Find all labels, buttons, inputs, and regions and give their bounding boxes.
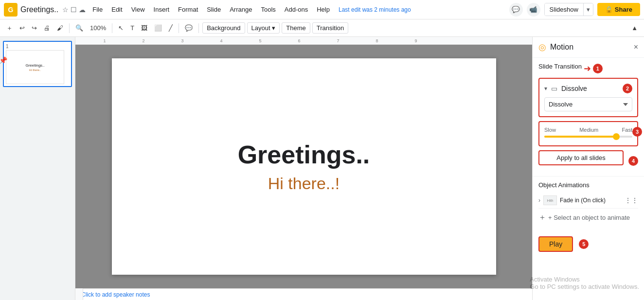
win-line2: Go to PC settings to activate Windows. bbox=[530, 283, 639, 290]
anim-thumbnail: Hith bbox=[543, 195, 557, 205]
toolbar: ＋ ↩ ↪ 🖨 🖌 🔍 100% ↖ T 🖼 ⬜ ╱ 💬 Background … bbox=[0, 19, 644, 37]
add-button[interactable]: ＋ bbox=[4, 22, 15, 34]
thumb-subtitle: Hi there.. bbox=[29, 69, 41, 71]
slide-transition-label: Slide Transition bbox=[538, 63, 582, 70]
pin-icon: 📌 bbox=[0, 56, 7, 64]
menu-item-format[interactable]: Format bbox=[174, 4, 202, 15]
share-button[interactable]: 🔒 Share bbox=[597, 3, 640, 16]
chat-button[interactable]: 💬 bbox=[509, 3, 523, 17]
object-animations-section: Object Animations › Hith Fade in (On cli… bbox=[533, 176, 644, 231]
main-layout: 📌 1 Greetings.. Hi there.. 1 2 3 4 5 6 7… bbox=[0, 37, 644, 300]
step5-badge: 5 bbox=[579, 239, 589, 249]
panel-close-button[interactable]: × bbox=[634, 43, 638, 52]
title-icons: ☆ ☐ ☁ bbox=[62, 6, 86, 14]
menu-item-arrange[interactable]: Arrange bbox=[226, 4, 256, 15]
menu-item-edit[interactable]: Edit bbox=[107, 4, 126, 15]
slide-main-title: Greetings.. bbox=[238, 140, 370, 169]
transition-header: ▾ ▭ Dissolve 2 bbox=[544, 84, 632, 93]
theme-button[interactable]: Theme bbox=[282, 22, 310, 34]
textbox-button[interactable]: T bbox=[128, 23, 137, 33]
menu-item-add-ons[interactable]: Add-ons bbox=[281, 4, 312, 15]
speed-box: Slow Medium Fast 3 bbox=[538, 121, 638, 146]
slide-panel: 📌 1 Greetings.. Hi there.. bbox=[0, 37, 75, 300]
apply-row: Apply to all slides 4 bbox=[538, 150, 638, 171]
ruler-mark-9: 9 bbox=[396, 38, 435, 43]
anim-label: Fade in (On click) bbox=[560, 197, 622, 204]
lines-button[interactable]: ╱ bbox=[166, 23, 175, 33]
transition-select[interactable]: NoneDissolveFadeSlide from rightSlide fr… bbox=[544, 97, 632, 111]
zoom-value[interactable]: 100% bbox=[88, 23, 108, 33]
shapes-button[interactable]: ⬜ bbox=[152, 23, 164, 33]
slideshow-label: Slideshow bbox=[545, 3, 584, 16]
zoom-button[interactable]: 🔍 bbox=[73, 23, 86, 33]
star-icon[interactable]: ☆ bbox=[62, 6, 69, 14]
slideshow-dropdown-icon[interactable]: ▾ bbox=[584, 3, 593, 16]
motion-icon: ◎ bbox=[538, 42, 546, 53]
toolbar-sep-2 bbox=[112, 23, 112, 33]
chevron-icon[interactable]: ▾ bbox=[544, 85, 547, 92]
top-right-controls: 💬 📹 Slideshow ▾ 🔒 Share bbox=[509, 3, 640, 17]
thumb-inner: Greetings.. Hi there.. bbox=[6, 50, 64, 84]
ruler-mark-6: 6 bbox=[280, 38, 319, 43]
step2-badge: 2 bbox=[623, 84, 632, 93]
speed-slider-track bbox=[544, 136, 632, 138]
speed-slow-label: Slow bbox=[544, 127, 556, 133]
slideshow-button[interactable]: Slideshow ▾ bbox=[544, 3, 593, 16]
menu-bar: FileEditViewInsertFormatSlideArrangeTool… bbox=[89, 4, 334, 15]
play-button[interactable]: Play bbox=[538, 236, 573, 252]
menu-item-tools[interactable]: Tools bbox=[257, 4, 279, 15]
notes-placeholder: Click to add speaker notes bbox=[81, 291, 150, 298]
slide-canvas[interactable]: Greetings.. Hi there..! bbox=[112, 58, 496, 275]
step3-badge: 3 bbox=[632, 127, 642, 137]
background-button[interactable]: Background bbox=[202, 22, 245, 34]
slide-number: 1 bbox=[6, 44, 69, 49]
step1-badge: 1 bbox=[593, 64, 603, 73]
notes-bar[interactable]: Click to add speaker notes bbox=[75, 288, 532, 300]
ruler-mark-7: 7 bbox=[319, 38, 358, 43]
ruler-mark-2: 2 bbox=[124, 38, 163, 43]
speed-labels: Slow Medium Fast bbox=[544, 127, 632, 133]
layout-button[interactable]: Layout ▾ bbox=[247, 22, 280, 34]
ruler-mark-1: 1 bbox=[85, 38, 124, 43]
app-icon: G bbox=[4, 3, 18, 17]
doc-title: Greetings.. bbox=[20, 5, 58, 14]
add-icon: ＋ bbox=[538, 212, 546, 223]
slide-thumbnail-1[interactable]: 📌 1 Greetings.. Hi there.. bbox=[3, 41, 72, 87]
top-bar: G Greetings.. ☆ ☐ ☁ FileEditViewInsertFo… bbox=[0, 0, 644, 19]
select-button[interactable]: ↖ bbox=[116, 23, 126, 33]
add-animation-label: + Select an object to animate bbox=[548, 214, 630, 221]
menu-item-help[interactable]: Help bbox=[313, 4, 334, 15]
menu-item-slide[interactable]: Slide bbox=[203, 4, 225, 15]
speed-fast-label: Fast bbox=[622, 127, 632, 133]
anim-expand-icon[interactable]: › bbox=[538, 197, 540, 204]
transition-type-icon: ▭ bbox=[551, 85, 557, 92]
menu-item-view[interactable]: View bbox=[127, 4, 149, 15]
play-section: Play 5 bbox=[533, 231, 644, 257]
ruler-mark-4: 4 bbox=[202, 38, 241, 43]
folder-icon[interactable]: ☐ bbox=[71, 6, 77, 14]
comment-button[interactable]: 💬 bbox=[182, 23, 195, 33]
ruler-mark-3: 3 bbox=[163, 38, 202, 43]
canvas-scroll: Greetings.. Hi there..! bbox=[75, 45, 532, 288]
anim-options-icon[interactable]: ⋮⋮ bbox=[625, 196, 638, 204]
horizontal-ruler: 1 2 3 4 5 6 7 8 9 bbox=[75, 37, 532, 45]
add-animation-row[interactable]: ＋ + Select an object to animate bbox=[538, 209, 638, 227]
toolbar-sep-3 bbox=[179, 23, 179, 33]
cloud-icon[interactable]: ☁ bbox=[79, 6, 86, 14]
apply-all-slides-button[interactable]: Apply to all slides bbox=[538, 150, 624, 165]
toolbar-sep-4 bbox=[198, 23, 199, 33]
undo-button[interactable]: ↩ bbox=[17, 23, 27, 33]
animation-row: › Hith Fade in (On click) ⋮⋮ bbox=[538, 193, 638, 209]
image-button[interactable]: 🖼 bbox=[139, 23, 150, 33]
print-button[interactable]: 🖨 bbox=[41, 23, 53, 33]
canvas-area: 1 2 3 4 5 6 7 8 9 1 2 3 4 5 bbox=[75, 37, 532, 300]
menu-item-file[interactable]: File bbox=[89, 4, 107, 15]
transition-box: ▾ ▭ Dissolve 2 NoneDissolveFadeSlide fro… bbox=[538, 78, 638, 117]
transition-button[interactable]: Transition bbox=[312, 22, 349, 34]
meet-button[interactable]: 📹 bbox=[527, 3, 540, 17]
last-edit-link[interactable]: Last edit was 2 minutes ago bbox=[339, 6, 411, 13]
collapse-panel-button[interactable]: ▲ bbox=[629, 23, 640, 33]
redo-button[interactable]: ↪ bbox=[29, 23, 39, 33]
menu-item-insert[interactable]: Insert bbox=[150, 4, 174, 15]
paint-format-button[interactable]: 🖌 bbox=[54, 23, 66, 33]
